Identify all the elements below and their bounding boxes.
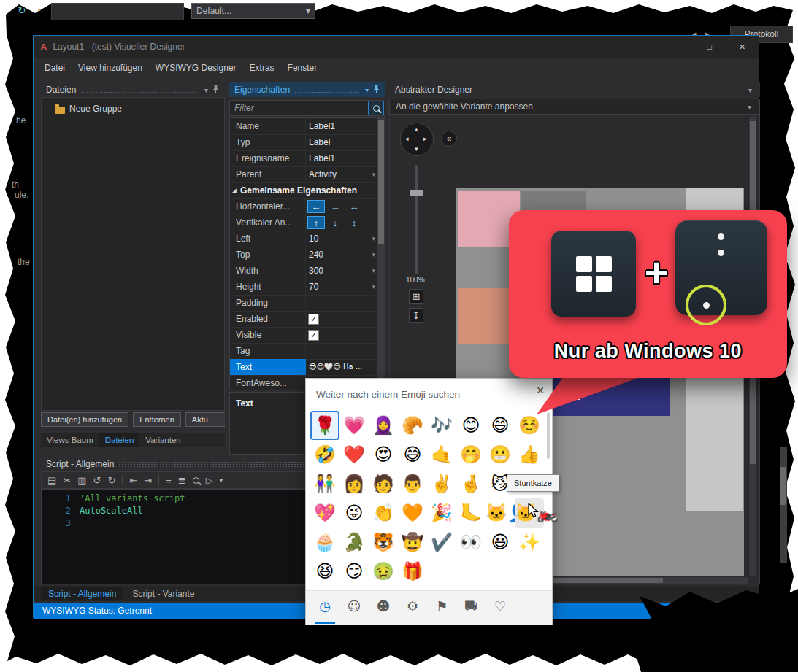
paste-icon[interactable]: ▥	[77, 475, 86, 486]
objects-category-icon[interactable]: ⚙	[404, 598, 421, 614]
emoji-cell[interactable]: 🎁	[398, 557, 427, 586]
emoji-cell[interactable]: ✨	[515, 528, 544, 557]
vehicles-category-icon[interactable]: ⛟	[462, 598, 480, 614]
chevron-down-icon[interactable]: ▾	[372, 247, 375, 263]
emoji-cell[interactable]: 🤙	[427, 440, 456, 469]
pan-right-icon[interactable]: ▸	[423, 135, 427, 142]
add-files-button[interactable]: Datei(en) hinzufügen	[41, 412, 128, 427]
minimize-button[interactable]: ─	[660, 36, 693, 58]
chevron-down-icon[interactable]: ▾	[372, 166, 375, 182]
emoji-cell[interactable]: 🤣	[310, 440, 339, 469]
align-bottom-button[interactable]: ↓	[326, 216, 344, 229]
undo-icon[interactable]: ↺	[93, 475, 101, 486]
emoji-cell[interactable]: ❤️	[339, 440, 369, 469]
search-button[interactable]	[368, 101, 384, 115]
tab-varianten[interactable]: Varianten	[139, 433, 186, 447]
chevron-down-icon[interactable]: ▾	[365, 86, 369, 94]
emoji-cell[interactable]: 🧑	[369, 469, 398, 498]
property-row[interactable]: Vertikaler An... ↑ ↓ ↕	[230, 215, 377, 231]
close-icon[interactable]: ✕	[536, 385, 545, 396]
emoji-cell[interactable]: 😃	[486, 528, 515, 557]
property-row[interactable]: Typ Label	[230, 134, 377, 151]
emoji-cell[interactable]: ✌️	[427, 469, 456, 498]
refresh-icon[interactable]: ↻	[18, 4, 26, 16]
property-row[interactable]: Horizontaler... ← → ↔	[230, 198, 377, 215]
pin-icon[interactable]	[212, 85, 219, 95]
emoji-cell[interactable]: 👨	[398, 469, 427, 498]
emoji-cell[interactable]: 🌹	[310, 411, 339, 440]
smileys-category-icon[interactable]: ☺	[345, 598, 363, 614]
pin-icon[interactable]	[373, 85, 380, 95]
align-stretch-v-button[interactable]: ↕	[345, 216, 363, 229]
emoji-cell[interactable]: 😅	[398, 440, 427, 469]
emoji-scrollbar[interactable]	[547, 412, 550, 459]
property-value[interactable]: 😎😍🤍😊 Ha ...	[309, 359, 366, 375]
uncomment-icon[interactable]: ≣	[178, 475, 186, 486]
emoji-cell[interactable]: 🤢	[369, 557, 398, 586]
tab-views-baum[interactable]: Views Baum	[41, 433, 99, 447]
expander-icon[interactable]: ◢	[231, 182, 237, 198]
abstract-designer-tab[interactable]: Abstrakter Designer ▾	[389, 82, 760, 97]
visible-checkbox[interactable]: ✓	[308, 330, 319, 341]
emoji-cell[interactable]: 🦶	[456, 498, 486, 528]
pan-up-icon[interactable]: ▴	[415, 125, 418, 133]
background-dropdown[interactable]: Default... ▾	[191, 3, 315, 19]
emoji-cell[interactable]: 😍	[369, 440, 398, 469]
emoji-cell[interactable]: 🎶	[427, 411, 456, 440]
zoom-slider[interactable]	[415, 165, 418, 274]
emoji-cell[interactable]: 💗	[339, 411, 369, 440]
enabled-checkbox[interactable]: ✓	[308, 314, 319, 325]
menu-item[interactable]: Datei	[38, 60, 72, 76]
emoji-cell[interactable]: 🐊	[339, 528, 369, 557]
symbols-category-icon[interactable]: ♡	[491, 598, 509, 614]
align-stretch-h-button[interactable]: ↔	[345, 200, 363, 213]
property-value[interactable]: 70	[309, 279, 366, 295]
variant-selector[interactable]: An die gewählte Variante anpassen ▾	[389, 99, 760, 115]
property-row[interactable]: Name Label1	[230, 118, 377, 135]
menu-item[interactable]: Fenster	[281, 60, 324, 76]
emoji-cell[interactable]: 😄	[486, 411, 515, 440]
chevron-down-icon[interactable]: ▾	[372, 231, 375, 247]
property-value[interactable]: 10	[309, 231, 366, 247]
tab-script-variante[interactable]: Script - Variante	[125, 587, 202, 600]
emoji-cell[interactable]: 👩	[339, 469, 369, 498]
emoji-cell[interactable]: ☺️	[515, 411, 544, 440]
cut-icon[interactable]: ✂	[63, 475, 71, 486]
property-row[interactable]: Enabled ✓	[230, 311, 377, 328]
property-row[interactable]: Left 10 ▾	[230, 231, 377, 247]
property-row[interactable]: Height 70 ▾	[230, 279, 377, 296]
file-tree[interactable]: Neue Gruppe	[41, 97, 225, 411]
scrollbar-thumb[interactable]	[780, 467, 786, 505]
update-button[interactable]: Aktu	[185, 412, 225, 427]
emoji-cell[interactable]: 🐱‍👤	[486, 498, 515, 528]
redo-icon[interactable]: ↻	[107, 475, 115, 486]
chevron-down-icon[interactable]: ▾	[372, 263, 375, 279]
emoji-cell[interactable]: 😊	[456, 411, 486, 440]
comment-icon[interactable]: ≡	[166, 475, 172, 486]
zoom-fit-button[interactable]: ⊞	[409, 289, 423, 304]
pan-wheel[interactable]: ▴ ▾ ◂ ▸	[400, 123, 434, 156]
emoji-cell[interactable]: 😆	[310, 557, 339, 586]
property-value[interactable]: 300	[309, 263, 366, 279]
property-row[interactable]: Visible ✓	[230, 327, 377, 344]
remove-button[interactable]: Entfernen	[133, 412, 181, 427]
kaomoji-category-icon[interactable]: ☻	[375, 598, 392, 614]
emoji-cell[interactable]: 🧡	[398, 498, 427, 528]
property-value[interactable]: Label1	[309, 118, 366, 134]
property-row-selected[interactable]: Text 😎😍🤍😊 Ha ...	[230, 359, 377, 376]
outdent-icon[interactable]: ⇤	[129, 475, 137, 486]
emoji-cell[interactable]: 🧕	[369, 411, 398, 440]
property-row[interactable]: Top 240 ▾	[230, 247, 377, 263]
emoji-cell[interactable]: 🐯	[369, 528, 398, 557]
copy-icon[interactable]: ▤	[47, 475, 56, 486]
pan-left-icon[interactable]: ◂	[405, 135, 409, 142]
property-value[interactable]: Activity	[309, 166, 366, 182]
property-section-row[interactable]: ◢ Gemeinsame Eigenschaften	[230, 182, 377, 199]
property-value[interactable]: Label	[309, 134, 366, 150]
chevron-down-icon[interactable]: ▾	[204, 86, 208, 94]
dateien-panel-header[interactable]: Dateien ▾	[41, 82, 225, 97]
align-top-button[interactable]: ↑	[307, 216, 325, 229]
menu-item[interactable]: WYSIWYG Designer	[149, 60, 243, 76]
run-icon[interactable]: ▷	[206, 475, 213, 486]
property-row[interactable]: Padding	[230, 295, 377, 312]
